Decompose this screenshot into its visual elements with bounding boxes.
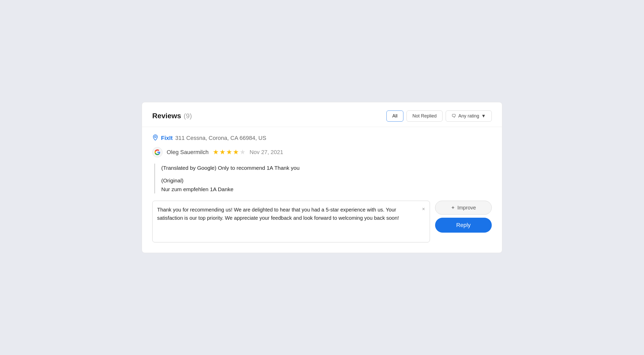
star-rating: ★ ★ ★ ★ ★: [213, 148, 245, 156]
google-logo: [152, 147, 163, 157]
location-address: 311 Cessna, Corona, CA 66984, US: [175, 135, 266, 141]
close-icon: ×: [422, 206, 425, 212]
reviews-card: Reviews (9) All Not Replied 🗨 Any rating…: [142, 102, 502, 253]
reviewer-row: Oleg Sauermilch ★ ★ ★ ★ ★ Nov 27, 2021: [152, 147, 492, 157]
reply-textarea-wrapper: ×: [152, 201, 430, 242]
translated-review-text: (Translated by Google) Only to recommend…: [161, 164, 492, 172]
star-3: ★: [226, 148, 232, 156]
review-date: Nov 27, 2021: [250, 149, 283, 156]
review-body: (Translated by Google) Only to recommend…: [154, 164, 492, 194]
reviews-header: Reviews (9) All Not Replied 🗨 Any rating…: [152, 111, 492, 122]
reply-button[interactable]: Reply: [435, 218, 492, 233]
location-name: FixIt: [161, 135, 173, 141]
sparkle-icon: ✦: [451, 205, 455, 211]
chevron-down-icon: ▼: [481, 113, 486, 119]
star-5: ★: [240, 148, 245, 156]
filter-not-replied-label: Not Replied: [412, 113, 437, 119]
reply-section: × ✦ Improve Reply: [152, 201, 492, 242]
original-label: (Original): [161, 176, 492, 185]
improve-label: Improve: [457, 205, 476, 211]
original-review-text: Nur zum empfehlen 1A Danke: [161, 185, 492, 194]
clear-reply-button[interactable]: ×: [421, 205, 426, 213]
location-pin-icon: [152, 134, 158, 142]
header-filters: All Not Replied 🗨 Any rating ▼: [386, 111, 492, 122]
reviewer-name: Oleg Sauermilch: [167, 149, 209, 156]
header-divider: [142, 127, 502, 127]
reply-label: Reply: [456, 222, 471, 228]
reviews-count: (9): [184, 112, 192, 120]
filter-all-button[interactable]: All: [386, 111, 403, 122]
reply-actions: ✦ Improve Reply: [435, 201, 492, 233]
improve-button[interactable]: ✦ Improve: [435, 201, 492, 215]
header-title-group: Reviews (9): [152, 112, 192, 120]
location-row: FixIt 311 Cessna, Corona, CA 66984, US: [152, 134, 492, 142]
filter-all-label: All: [392, 113, 397, 119]
star-1: ★: [213, 148, 219, 156]
reply-textarea[interactable]: [157, 206, 417, 236]
svg-point-0: [155, 136, 156, 138]
star-2: ★: [219, 148, 225, 156]
filter-rating-label: Any rating: [458, 113, 479, 119]
star-4: ★: [233, 148, 239, 156]
filter-rating-button[interactable]: 🗨 Any rating ▼: [446, 111, 492, 122]
chat-bubble-icon: 🗨: [452, 113, 456, 119]
reviews-title: Reviews: [152, 112, 181, 120]
filter-not-replied-button[interactable]: Not Replied: [406, 111, 443, 122]
